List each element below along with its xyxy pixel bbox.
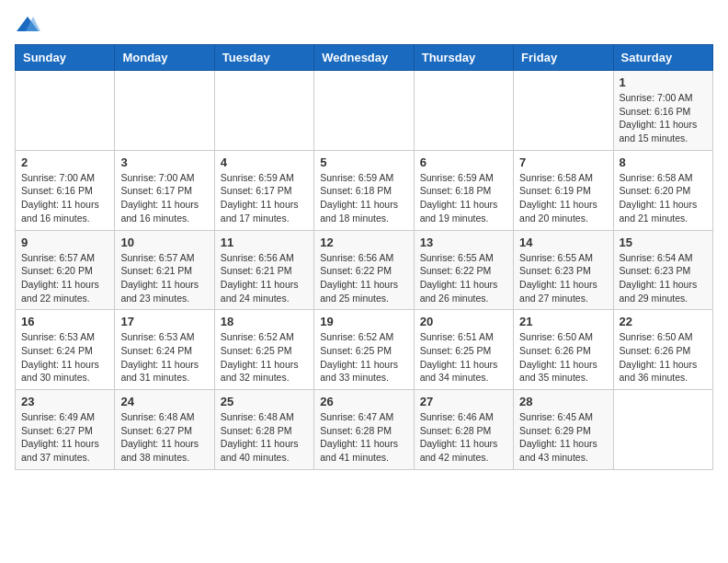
day-number: 9 bbox=[21, 236, 108, 249]
day-info: Sunrise: 6:48 AM Sunset: 6:27 PM Dayligh… bbox=[120, 410, 208, 465]
day-number: 21 bbox=[519, 315, 607, 328]
day-number: 15 bbox=[620, 236, 707, 249]
calendar-cell: 12Sunrise: 6:56 AM Sunset: 6:22 PM Dayli… bbox=[314, 230, 414, 310]
calendar-cell bbox=[214, 71, 313, 151]
calendar-cell bbox=[414, 71, 513, 151]
calendar-cell: 13Sunrise: 6:55 AM Sunset: 6:22 PM Dayli… bbox=[414, 230, 513, 310]
calendar-cell: 14Sunrise: 6:55 AM Sunset: 6:23 PM Dayli… bbox=[514, 230, 613, 310]
day-info: Sunrise: 6:47 AM Sunset: 6:28 PM Dayligh… bbox=[320, 410, 407, 465]
calendar-cell: 19Sunrise: 6:52 AM Sunset: 6:25 PM Dayli… bbox=[314, 310, 414, 390]
day-number: 11 bbox=[221, 236, 308, 249]
calendar-cell: 6Sunrise: 6:59 AM Sunset: 6:18 PM Daylig… bbox=[414, 150, 513, 230]
day-number: 28 bbox=[519, 395, 607, 408]
day-number: 22 bbox=[620, 315, 707, 328]
calendar-cell: 20Sunrise: 6:51 AM Sunset: 6:25 PM Dayli… bbox=[414, 310, 513, 390]
weekday-header-tuesday: Tuesday bbox=[214, 45, 313, 71]
calendar-cell bbox=[16, 71, 115, 151]
calendar-cell: 24Sunrise: 6:48 AM Sunset: 6:27 PM Dayli… bbox=[115, 390, 214, 470]
calendar-cell: 2Sunrise: 7:00 AM Sunset: 6:16 PM Daylig… bbox=[16, 150, 115, 230]
day-number: 26 bbox=[320, 395, 407, 408]
day-number: 2 bbox=[21, 155, 108, 169]
day-info: Sunrise: 6:56 AM Sunset: 6:22 PM Dayligh… bbox=[320, 251, 407, 305]
day-info: Sunrise: 6:55 AM Sunset: 6:22 PM Dayligh… bbox=[420, 251, 507, 305]
calendar-cell: 17Sunrise: 6:53 AM Sunset: 6:24 PM Dayli… bbox=[115, 310, 214, 390]
day-info: Sunrise: 6:46 AM Sunset: 6:28 PM Dayligh… bbox=[420, 410, 507, 465]
day-info: Sunrise: 6:59 AM Sunset: 6:17 PM Dayligh… bbox=[221, 171, 308, 225]
day-info: Sunrise: 6:50 AM Sunset: 6:26 PM Dayligh… bbox=[620, 330, 707, 385]
calendar-cell: 28Sunrise: 6:45 AM Sunset: 6:29 PM Dayli… bbox=[514, 390, 613, 470]
day-info: Sunrise: 6:59 AM Sunset: 6:18 PM Dayligh… bbox=[320, 171, 407, 225]
day-info: Sunrise: 6:53 AM Sunset: 6:24 PM Dayligh… bbox=[21, 330, 108, 385]
weekday-header-saturday: Saturday bbox=[613, 45, 712, 71]
day-number: 7 bbox=[519, 155, 607, 169]
calendar-week-row: 1Sunrise: 7:00 AM Sunset: 6:16 PM Daylig… bbox=[16, 71, 713, 151]
calendar-cell: 26Sunrise: 6:47 AM Sunset: 6:28 PM Dayli… bbox=[314, 390, 414, 470]
day-number: 3 bbox=[120, 155, 208, 169]
day-info: Sunrise: 6:55 AM Sunset: 6:23 PM Dayligh… bbox=[519, 251, 607, 305]
weekday-header-sunday: Sunday bbox=[16, 45, 115, 71]
calendar-week-row: 9Sunrise: 6:57 AM Sunset: 6:20 PM Daylig… bbox=[16, 230, 713, 310]
logo-icon bbox=[15, 15, 40, 35]
day-info: Sunrise: 6:56 AM Sunset: 6:21 PM Dayligh… bbox=[221, 251, 308, 305]
calendar-cell bbox=[115, 71, 214, 151]
calendar-week-row: 16Sunrise: 6:53 AM Sunset: 6:24 PM Dayli… bbox=[16, 310, 713, 390]
calendar-cell: 8Sunrise: 6:58 AM Sunset: 6:20 PM Daylig… bbox=[613, 150, 712, 230]
day-info: Sunrise: 6:58 AM Sunset: 6:19 PM Dayligh… bbox=[519, 171, 607, 225]
day-info: Sunrise: 6:58 AM Sunset: 6:20 PM Dayligh… bbox=[620, 171, 707, 225]
day-number: 18 bbox=[221, 315, 308, 328]
day-info: Sunrise: 6:45 AM Sunset: 6:29 PM Dayligh… bbox=[519, 410, 607, 465]
calendar-cell: 1Sunrise: 7:00 AM Sunset: 6:16 PM Daylig… bbox=[613, 71, 712, 151]
day-number: 5 bbox=[320, 155, 407, 169]
calendar-cell bbox=[613, 390, 712, 470]
calendar-cell: 22Sunrise: 6:50 AM Sunset: 6:26 PM Dayli… bbox=[613, 310, 712, 390]
day-info: Sunrise: 6:57 AM Sunset: 6:21 PM Dayligh… bbox=[120, 251, 208, 305]
day-info: Sunrise: 6:48 AM Sunset: 6:28 PM Dayligh… bbox=[221, 410, 308, 465]
calendar-cell: 9Sunrise: 6:57 AM Sunset: 6:20 PM Daylig… bbox=[16, 230, 115, 310]
calendar-cell: 3Sunrise: 7:00 AM Sunset: 6:17 PM Daylig… bbox=[115, 150, 214, 230]
day-info: Sunrise: 6:59 AM Sunset: 6:18 PM Dayligh… bbox=[420, 171, 507, 225]
day-number: 4 bbox=[221, 155, 308, 169]
calendar-cell: 4Sunrise: 6:59 AM Sunset: 6:17 PM Daylig… bbox=[214, 150, 313, 230]
calendar-cell: 18Sunrise: 6:52 AM Sunset: 6:25 PM Dayli… bbox=[214, 310, 313, 390]
calendar-cell: 21Sunrise: 6:50 AM Sunset: 6:26 PM Dayli… bbox=[514, 310, 613, 390]
day-number: 19 bbox=[320, 315, 407, 328]
calendar-cell: 11Sunrise: 6:56 AM Sunset: 6:21 PM Dayli… bbox=[214, 230, 313, 310]
day-number: 12 bbox=[320, 236, 407, 249]
calendar-cell: 15Sunrise: 6:54 AM Sunset: 6:23 PM Dayli… bbox=[613, 230, 712, 310]
day-info: Sunrise: 7:00 AM Sunset: 6:17 PM Dayligh… bbox=[120, 171, 208, 225]
day-number: 14 bbox=[519, 236, 607, 249]
calendar-week-row: 2Sunrise: 7:00 AM Sunset: 6:16 PM Daylig… bbox=[16, 150, 713, 230]
day-number: 20 bbox=[420, 315, 507, 328]
calendar-cell: 10Sunrise: 6:57 AM Sunset: 6:21 PM Dayli… bbox=[115, 230, 214, 310]
day-info: Sunrise: 6:52 AM Sunset: 6:25 PM Dayligh… bbox=[221, 330, 308, 385]
calendar-cell bbox=[514, 71, 613, 151]
calendar-table: SundayMondayTuesdayWednesdayThursdayFrid… bbox=[15, 44, 713, 470]
day-number: 23 bbox=[21, 395, 108, 408]
header bbox=[15, 15, 713, 35]
calendar-cell: 25Sunrise: 6:48 AM Sunset: 6:28 PM Dayli… bbox=[214, 390, 313, 470]
day-number: 1 bbox=[620, 75, 707, 89]
calendar-cell: 23Sunrise: 6:49 AM Sunset: 6:27 PM Dayli… bbox=[16, 390, 115, 470]
calendar-cell: 5Sunrise: 6:59 AM Sunset: 6:18 PM Daylig… bbox=[314, 150, 414, 230]
weekday-header-thursday: Thursday bbox=[414, 45, 513, 71]
weekday-header-monday: Monday bbox=[115, 45, 214, 71]
logo bbox=[15, 15, 44, 35]
day-info: Sunrise: 7:00 AM Sunset: 6:16 PM Dayligh… bbox=[620, 91, 707, 145]
weekday-header-friday: Friday bbox=[514, 45, 613, 71]
day-info: Sunrise: 6:49 AM Sunset: 6:27 PM Dayligh… bbox=[21, 410, 108, 465]
calendar-cell: 7Sunrise: 6:58 AM Sunset: 6:19 PM Daylig… bbox=[514, 150, 613, 230]
day-info: Sunrise: 6:54 AM Sunset: 6:23 PM Dayligh… bbox=[620, 251, 707, 305]
day-number: 24 bbox=[120, 395, 208, 408]
day-number: 8 bbox=[620, 155, 707, 169]
day-info: Sunrise: 6:50 AM Sunset: 6:26 PM Dayligh… bbox=[519, 330, 607, 385]
calendar-cell: 16Sunrise: 6:53 AM Sunset: 6:24 PM Dayli… bbox=[16, 310, 115, 390]
calendar-cell bbox=[314, 71, 414, 151]
day-number: 10 bbox=[120, 236, 208, 249]
day-info: Sunrise: 7:00 AM Sunset: 6:16 PM Dayligh… bbox=[21, 171, 108, 225]
weekday-header-wednesday: Wednesday bbox=[314, 45, 414, 71]
weekday-header-row: SundayMondayTuesdayWednesdayThursdayFrid… bbox=[16, 45, 713, 71]
day-number: 27 bbox=[420, 395, 507, 408]
day-number: 6 bbox=[420, 155, 507, 169]
day-info: Sunrise: 6:53 AM Sunset: 6:24 PM Dayligh… bbox=[120, 330, 208, 385]
day-info: Sunrise: 6:51 AM Sunset: 6:25 PM Dayligh… bbox=[420, 330, 507, 385]
